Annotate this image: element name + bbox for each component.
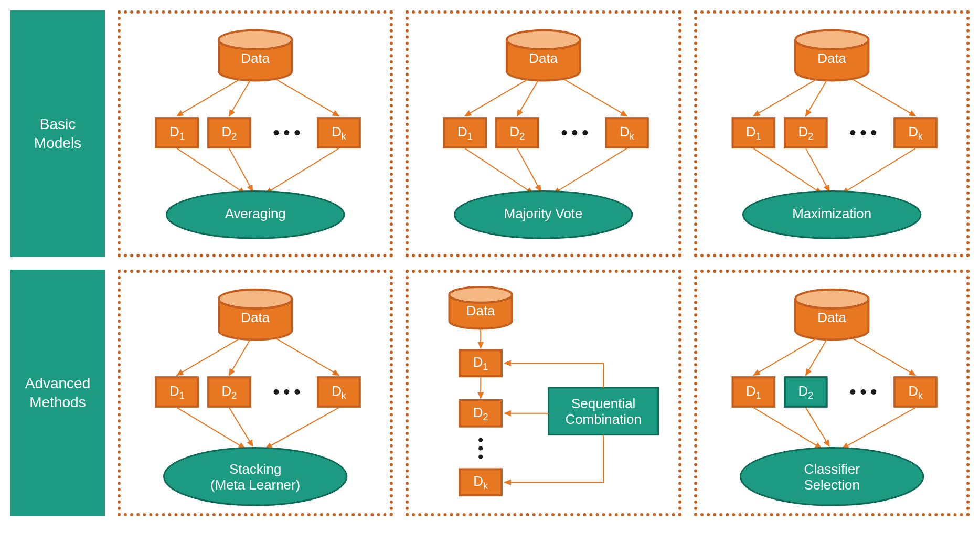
dk-box: Dk xyxy=(894,118,936,147)
row-label-basic-text: Basic Models xyxy=(34,115,81,153)
diagram-container: Basic Models Data xyxy=(10,10,970,516)
dk-box: Dk xyxy=(318,377,360,407)
data-label: Data xyxy=(817,310,846,325)
d2-box: D2 xyxy=(496,118,538,147)
svg-point-92 xyxy=(871,389,876,395)
sequential-box: Sequential Combination xyxy=(549,388,658,435)
svg-line-30 xyxy=(465,148,533,194)
data-label: Data xyxy=(817,51,846,66)
d1-box: D1 xyxy=(156,118,198,147)
sequential-label-2: Combination xyxy=(566,412,642,427)
stacking-label-1: Stacking xyxy=(229,462,281,476)
svg-line-84 xyxy=(806,339,827,375)
svg-point-42 xyxy=(850,130,855,135)
d2-box: D2 xyxy=(785,118,827,147)
svg-point-60 xyxy=(284,389,289,395)
data-cylinder: Data xyxy=(507,30,580,81)
svg-point-68 xyxy=(450,287,512,303)
svg-line-83 xyxy=(753,338,816,375)
svg-point-0 xyxy=(219,30,292,49)
row-basic: Basic Models Data xyxy=(10,10,970,257)
majority-label: Majority Vote xyxy=(504,206,583,221)
row-label-basic: Basic Models xyxy=(10,10,105,257)
classifier-label-2: Selection xyxy=(804,477,859,492)
svg-point-51 xyxy=(219,290,292,309)
svg-line-66 xyxy=(266,408,339,449)
d2-box: D2 xyxy=(460,400,502,427)
d1-box: D1 xyxy=(732,377,774,407)
svg-point-82 xyxy=(795,290,868,309)
panels-advanced: Data D1 D2 Dk Stacking (Meta Learn xyxy=(118,270,970,516)
data-label: Data xyxy=(241,51,270,66)
svg-point-91 xyxy=(860,389,866,395)
svg-point-43 xyxy=(860,130,866,135)
sequential-label-1: Sequential xyxy=(571,396,635,411)
svg-point-59 xyxy=(274,389,279,395)
svg-point-90 xyxy=(850,389,855,395)
svg-point-26 xyxy=(572,130,578,135)
svg-line-53 xyxy=(229,339,250,375)
data-label: Data xyxy=(241,310,270,325)
data-cylinder: Data xyxy=(219,290,292,340)
panel-averaging: Data D1 D2 xyxy=(118,10,393,257)
panels-basic: Data D1 D2 xyxy=(118,10,970,257)
svg-point-67 xyxy=(164,448,346,506)
svg-line-3 xyxy=(276,79,338,116)
svg-line-49 xyxy=(842,148,915,194)
row-advanced: Advanced Methods Data D1 D2 Dk xyxy=(10,270,970,516)
maximization-ellipse: Maximization xyxy=(743,192,921,239)
svg-point-76 xyxy=(479,446,483,451)
svg-point-44 xyxy=(871,130,876,135)
svg-point-25 xyxy=(562,130,567,135)
svg-line-95 xyxy=(753,408,821,449)
svg-point-75 xyxy=(479,438,483,442)
classifier-label-1: Classifier xyxy=(804,462,860,476)
svg-line-37 xyxy=(853,79,915,116)
svg-line-52 xyxy=(177,338,239,375)
panel-majority: Data D1 D2 Dk Majority Vote xyxy=(406,10,681,257)
data-cylinder: Data xyxy=(450,287,512,329)
dk-box: Dk xyxy=(318,118,360,147)
svg-line-2 xyxy=(229,80,250,116)
svg-point-98 xyxy=(740,448,923,506)
svg-line-35 xyxy=(753,79,816,116)
d2-box-selected: D2 xyxy=(785,377,827,407)
svg-line-32 xyxy=(554,148,627,194)
svg-point-17 xyxy=(507,30,580,49)
svg-line-36 xyxy=(806,80,827,116)
svg-line-85 xyxy=(853,338,915,375)
svg-point-8 xyxy=(274,130,279,135)
data-label: Data xyxy=(529,51,558,66)
d1-box: D1 xyxy=(460,350,502,376)
data-cylinder: Data xyxy=(795,30,868,81)
svg-line-54 xyxy=(276,338,338,375)
svg-line-13 xyxy=(177,148,244,194)
data-cylinder: Data xyxy=(219,30,292,81)
svg-line-47 xyxy=(753,148,821,194)
row-label-advanced: Advanced Methods xyxy=(10,270,105,516)
svg-point-9 xyxy=(284,130,289,135)
dk-box: Dk xyxy=(894,377,936,407)
stacking-ellipse: Stacking (Meta Learner) xyxy=(164,448,346,506)
panel-maximization: Data D1 D2 Dk Maximization xyxy=(694,10,970,257)
stacking-label-2: (Meta Learner) xyxy=(210,477,300,492)
svg-line-18 xyxy=(465,79,528,116)
d1-box: D1 xyxy=(444,118,486,147)
svg-line-19 xyxy=(517,80,538,116)
data-label: Data xyxy=(466,303,495,318)
majority-ellipse: Majority Vote xyxy=(455,192,633,239)
svg-point-77 xyxy=(479,454,483,459)
d1-box: D1 xyxy=(732,118,774,147)
svg-line-20 xyxy=(564,79,627,116)
svg-point-10 xyxy=(294,130,300,135)
svg-point-34 xyxy=(795,30,868,49)
d2-box: D2 xyxy=(208,377,250,407)
panel-sequential: Data D1 D2 Dk Sequential Combination xyxy=(406,270,681,516)
data-cylinder: Data xyxy=(795,290,868,340)
svg-point-27 xyxy=(583,130,588,135)
d2-box: D2 xyxy=(208,118,250,147)
maximization-label: Maximization xyxy=(792,206,871,221)
panel-classifier: Data D1 D2 Dk Classifier Selection xyxy=(694,270,970,516)
svg-line-1 xyxy=(177,79,239,116)
averaging-label: Averaging xyxy=(225,206,286,221)
